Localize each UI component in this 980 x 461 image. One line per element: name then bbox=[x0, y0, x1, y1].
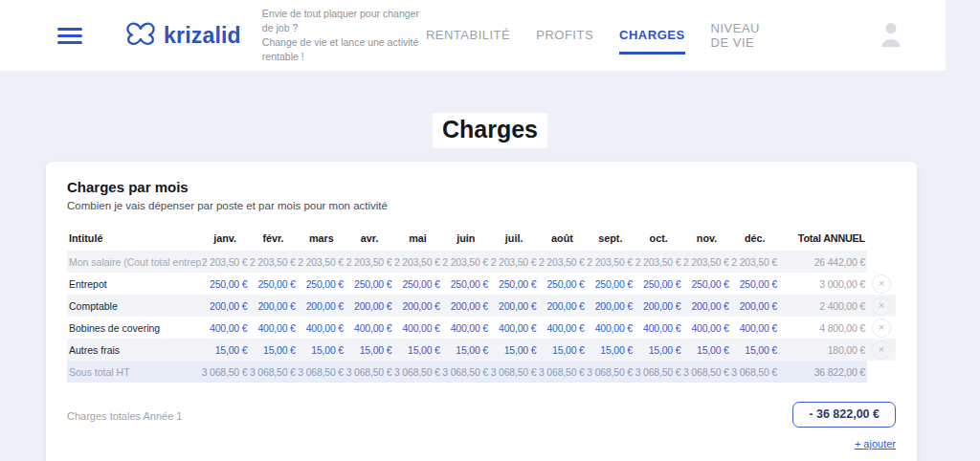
month-value-cell[interactable]: 400,00 € bbox=[538, 322, 586, 334]
delete-cell: × bbox=[867, 273, 896, 295]
month-value-cell[interactable]: 250,00 € bbox=[538, 278, 586, 290]
row-label[interactable]: Bobines de covering bbox=[67, 322, 201, 334]
month-value-cell: 3 068,50 € bbox=[345, 366, 393, 378]
month-value-cell[interactable]: 200,00 € bbox=[490, 300, 538, 312]
column-header-total: Total ANNUEL bbox=[779, 232, 867, 244]
total-year-value: - 36 822,00 € bbox=[792, 402, 896, 428]
month-value-cell[interactable]: 400,00 € bbox=[442, 322, 490, 334]
month-value-cell[interactable]: 200,00 € bbox=[345, 300, 393, 312]
month-value-cell[interactable]: 200,00 € bbox=[249, 300, 297, 312]
user-avatar-icon[interactable] bbox=[880, 21, 902, 51]
row-label[interactable]: Autres frais bbox=[67, 344, 201, 356]
add-row-link[interactable]: + ajouter bbox=[855, 438, 896, 450]
delete-row-icon[interactable]: × bbox=[872, 296, 891, 316]
month-value-cell[interactable]: 400,00 € bbox=[345, 322, 393, 334]
column-header-month: août bbox=[538, 232, 586, 244]
month-value-cell[interactable]: 15,00 € bbox=[393, 344, 441, 356]
month-value-cell: 2 203,50 € bbox=[635, 256, 682, 268]
table-row: Mon salaire (Cout total entreprise)2 203… bbox=[67, 251, 896, 273]
column-header-month: sept. bbox=[587, 232, 635, 244]
column-header-month: mai bbox=[393, 232, 441, 244]
column-header-month: janv. bbox=[201, 232, 249, 244]
month-value-cell[interactable]: 400,00 € bbox=[731, 322, 779, 334]
month-value-cell[interactable]: 400,00 € bbox=[393, 322, 441, 334]
month-value-cell[interactable]: 15,00 € bbox=[635, 344, 682, 356]
month-value-cell: 2 203,50 € bbox=[538, 256, 586, 268]
nav-item-rentabilité[interactable]: RENTABILITÉ bbox=[426, 16, 510, 55]
month-value-cell[interactable]: 15,00 € bbox=[538, 344, 586, 356]
nav-item-niveau-de-vie[interactable]: NIVEAU DE VIE bbox=[711, 10, 760, 62]
month-value-cell[interactable]: 15,00 € bbox=[731, 344, 779, 356]
month-value-cell[interactable]: 15,00 € bbox=[682, 344, 730, 356]
month-value-cell[interactable]: 200,00 € bbox=[731, 300, 779, 312]
month-value-cell[interactable]: 15,00 € bbox=[345, 344, 393, 356]
main-nav: RENTABILITÉPROFITSCHARGESNIVEAU DE VIE bbox=[426, 10, 760, 62]
logo[interactable]: krizalid bbox=[124, 21, 241, 51]
month-value-cell[interactable]: 400,00 € bbox=[249, 322, 297, 334]
month-value-cell[interactable]: 400,00 € bbox=[298, 322, 345, 334]
month-value-cell[interactable]: 400,00 € bbox=[682, 322, 730, 334]
month-value-cell: 2 203,50 € bbox=[201, 256, 249, 268]
month-value-cell[interactable]: 250,00 € bbox=[442, 278, 490, 290]
delete-row-icon[interactable]: × bbox=[872, 318, 891, 338]
month-value-cell[interactable]: 200,00 € bbox=[682, 300, 730, 312]
month-value-cell[interactable]: 200,00 € bbox=[587, 300, 635, 312]
month-value-cell[interactable]: 200,00 € bbox=[635, 300, 682, 312]
column-header-month: déc. bbox=[731, 232, 779, 244]
month-value-cell[interactable]: 200,00 € bbox=[538, 300, 586, 312]
table-row: Entrepot250,00 €250,00 €250,00 €250,00 €… bbox=[67, 273, 896, 295]
column-header-month: mars bbox=[298, 232, 345, 244]
month-value-cell: 3 068,50 € bbox=[490, 366, 538, 378]
page-title: Charges bbox=[433, 113, 547, 148]
delete-cell: × bbox=[867, 339, 896, 361]
month-value-cell[interactable]: 250,00 € bbox=[393, 278, 441, 290]
delete-row-icon[interactable]: × bbox=[872, 340, 891, 360]
delete-cell bbox=[867, 361, 896, 383]
month-value-cell[interactable]: 400,00 € bbox=[490, 322, 538, 334]
annual-total-cell: 180,00 € bbox=[779, 344, 867, 356]
month-value-cell: 2 203,50 € bbox=[298, 256, 345, 268]
month-value-cell[interactable]: 15,00 € bbox=[442, 344, 490, 356]
month-value-cell[interactable]: 15,00 € bbox=[201, 344, 249, 356]
nav-item-profits[interactable]: PROFITS bbox=[536, 16, 593, 55]
month-value-cell[interactable]: 15,00 € bbox=[298, 344, 345, 356]
row-label[interactable]: Entrepot bbox=[67, 278, 201, 290]
month-value-cell[interactable]: 200,00 € bbox=[393, 300, 441, 312]
month-value-cell[interactable]: 250,00 € bbox=[201, 278, 249, 290]
month-value-cell: 3 068,50 € bbox=[249, 366, 297, 378]
nav-item-charges[interactable]: CHARGES bbox=[619, 16, 685, 55]
month-value-cell[interactable]: 250,00 € bbox=[249, 278, 297, 290]
month-value-cell[interactable]: 15,00 € bbox=[587, 344, 635, 356]
month-value-cell: 3 068,50 € bbox=[538, 366, 586, 378]
tagline: Envie de tout plaquer pour changer de jo… bbox=[262, 7, 426, 64]
column-header-delete bbox=[867, 226, 896, 251]
month-value-cell: 3 068,50 € bbox=[587, 366, 635, 378]
logo-text: krizalid bbox=[164, 23, 241, 49]
month-value-cell[interactable]: 15,00 € bbox=[249, 344, 297, 356]
annual-total-cell: 36 822,00 € bbox=[779, 366, 867, 378]
column-header-month: juil. bbox=[490, 232, 538, 244]
month-value-cell[interactable]: 200,00 € bbox=[201, 300, 249, 312]
month-value-cell[interactable]: 250,00 € bbox=[731, 278, 779, 290]
month-value-cell[interactable]: 250,00 € bbox=[345, 278, 393, 290]
delete-cell: × bbox=[867, 295, 896, 317]
month-value-cell[interactable]: 250,00 € bbox=[587, 278, 635, 290]
column-header-month: juin bbox=[442, 232, 490, 244]
tagline-line-2: Change de vie et lance une activité rent… bbox=[262, 35, 426, 64]
delete-row-icon[interactable]: × bbox=[872, 274, 891, 294]
table-row: Sous total HT3 068,50 €3 068,50 €3 068,5… bbox=[67, 361, 896, 383]
month-value-cell[interactable]: 250,00 € bbox=[490, 278, 538, 290]
menu-icon[interactable] bbox=[57, 24, 82, 48]
month-value-cell[interactable]: 400,00 € bbox=[635, 322, 682, 334]
month-value-cell[interactable]: 200,00 € bbox=[298, 300, 345, 312]
month-value-cell[interactable]: 200,00 € bbox=[442, 300, 490, 312]
month-value-cell[interactable]: 15,00 € bbox=[490, 344, 538, 356]
month-value-cell: 3 068,50 € bbox=[393, 366, 441, 378]
month-value-cell[interactable]: 250,00 € bbox=[635, 278, 682, 290]
month-value-cell[interactable]: 250,00 € bbox=[682, 278, 730, 290]
charges-table: Intituléjanv.févr.marsavr.maijuinjuil.ao… bbox=[67, 226, 896, 383]
month-value-cell[interactable]: 250,00 € bbox=[298, 278, 345, 290]
month-value-cell[interactable]: 400,00 € bbox=[201, 322, 249, 334]
row-label[interactable]: Comptable bbox=[67, 300, 201, 312]
month-value-cell[interactable]: 400,00 € bbox=[587, 322, 635, 334]
